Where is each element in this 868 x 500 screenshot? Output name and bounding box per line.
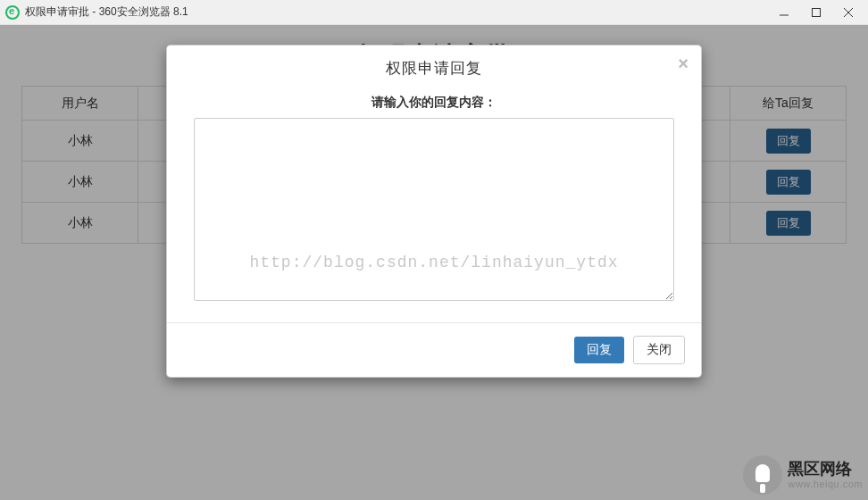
- close-button[interactable]: [832, 3, 864, 22]
- reply-modal: 权限申请回复 × 请输入你的回复内容： 回复 关闭: [166, 45, 702, 378]
- brand-text: 黑区网络 www.heiqu.com: [788, 461, 863, 489]
- modal-close-icon[interactable]: ×: [678, 54, 689, 72]
- modal-footer: 回复 关闭: [167, 322, 701, 377]
- brand-url: www.heiqu.com: [788, 479, 863, 489]
- modal-body: 请输入你的回复内容：: [167, 88, 701, 322]
- brand-logo: 黑区网络 www.heiqu.com: [743, 455, 863, 495]
- minimize-button[interactable]: [768, 3, 800, 22]
- svg-rect-1: [813, 8, 821, 16]
- browser-icon: [5, 5, 20, 20]
- window-title: 权限申请审批 - 360安全浏览器 8.1: [25, 4, 188, 20]
- modal-header: 权限申请回复 ×: [167, 46, 701, 88]
- brand-icon: [743, 455, 782, 495]
- modal-prompt-label: 请输入你的回复内容：: [194, 95, 674, 111]
- modal-title: 权限申请回复: [386, 60, 482, 77]
- maximize-button[interactable]: [800, 3, 832, 22]
- window-controls: [768, 3, 864, 22]
- modal-cancel-button[interactable]: 关闭: [633, 336, 685, 364]
- browser-title-bar: 权限申请审批 - 360安全浏览器 8.1: [0, 0, 868, 25]
- reply-textarea[interactable]: [194, 118, 674, 301]
- brand-name-cn: 黑区网络: [788, 461, 863, 479]
- modal-submit-button[interactable]: 回复: [574, 337, 624, 363]
- title-bar-left: 权限申请审批 - 360安全浏览器 8.1: [5, 4, 188, 20]
